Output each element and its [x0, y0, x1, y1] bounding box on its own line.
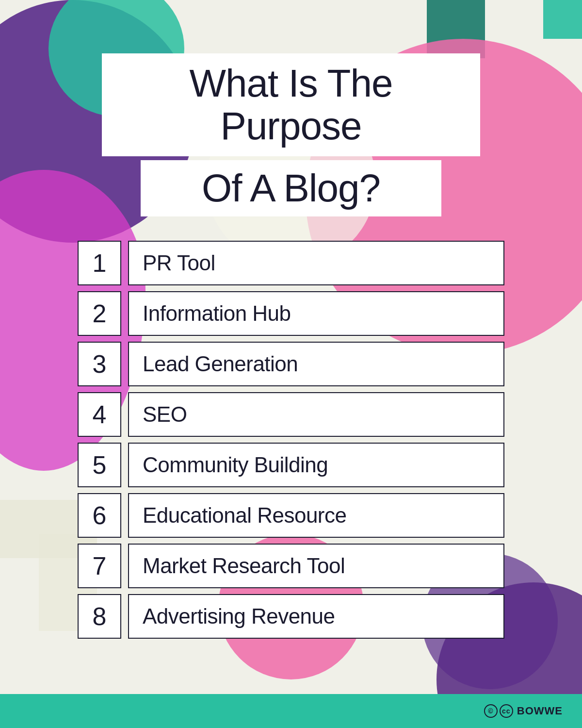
footer-bar: © cc BOWWE	[0, 694, 582, 728]
copyright-circle-icon: ©	[484, 704, 498, 718]
purpose-list: 1 PR Tool 2 Information Hub 3 Lead Gener…	[78, 241, 504, 639]
list-item: 6 Educational Resource	[78, 493, 504, 538]
item-label-4: SEO	[128, 392, 504, 437]
item-number-3: 3	[78, 342, 121, 386]
item-label-7: Market Research Tool	[128, 544, 504, 588]
item-label-6: Educational Resource	[128, 493, 504, 538]
cc-icons: © cc	[484, 704, 513, 718]
list-item: 3 Lead Generation	[78, 342, 504, 386]
title-block-1: What Is The Purpose	[102, 53, 480, 156]
brand-name: BOWWE	[517, 705, 563, 717]
main-content: What Is The Purpose Of A Blog? 1 PR Tool…	[0, 0, 582, 639]
title-line-1: What Is The Purpose	[125, 62, 457, 148]
item-divider-5	[121, 443, 128, 487]
list-item: 7 Market Research Tool	[78, 544, 504, 588]
item-number-4: 4	[78, 392, 121, 437]
item-number-7: 7	[78, 544, 121, 588]
item-number-8: 8	[78, 594, 121, 639]
item-divider-3	[121, 342, 128, 386]
list-item: 2 Information Hub	[78, 291, 504, 336]
item-label-5: Community Building	[128, 443, 504, 487]
item-divider-8	[121, 594, 128, 639]
item-divider-2	[121, 291, 128, 336]
item-number-2: 2	[78, 291, 121, 336]
item-label-2: Information Hub	[128, 291, 504, 336]
item-divider-6	[121, 493, 128, 538]
list-item: 8 Advertising Revenue	[78, 594, 504, 639]
item-divider-7	[121, 544, 128, 588]
item-label-3: Lead Generation	[128, 342, 504, 386]
list-item: 4 SEO	[78, 392, 504, 437]
item-label-8: Advertising Revenue	[128, 594, 504, 639]
item-number-1: 1	[78, 241, 121, 285]
brand-logo: © cc BOWWE	[484, 704, 563, 718]
title-line-2: Of A Blog?	[164, 167, 418, 210]
item-divider-4	[121, 392, 128, 437]
list-item: 5 Community Building	[78, 443, 504, 487]
list-item: 1 PR Tool	[78, 241, 504, 285]
title-block-2: Of A Blog?	[141, 160, 441, 216]
item-number-6: 6	[78, 493, 121, 538]
item-number-5: 5	[78, 443, 121, 487]
item-divider-1	[121, 241, 128, 285]
cc-circle-icon: cc	[500, 704, 513, 718]
item-label-1: PR Tool	[128, 241, 504, 285]
